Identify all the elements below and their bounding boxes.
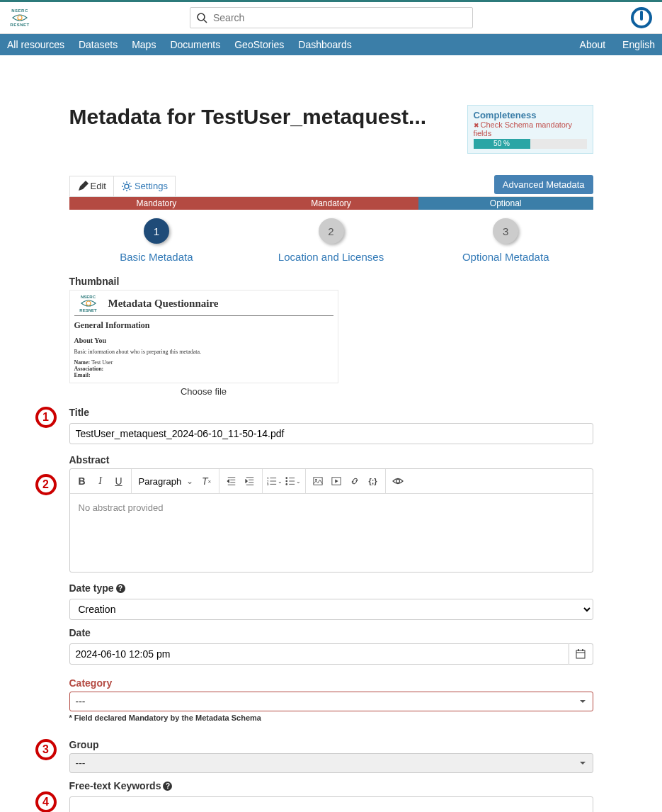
progress-bar-wrap: 50 %	[474, 139, 587, 149]
svg-point-1	[198, 13, 205, 21]
step-3[interactable]: 3 Optional Metadata	[418, 218, 593, 263]
svg-point-20	[396, 480, 399, 483]
abstract-textarea[interactable]: No abstract provided	[70, 494, 593, 572]
date-type-label: Date type ?	[69, 582, 593, 594]
thumb-desc: Basic information about who is preparing…	[74, 349, 333, 355]
keywords-input[interactable]	[69, 796, 593, 812]
tab-edit[interactable]: Edit	[69, 176, 114, 196]
step-3-circle: 3	[493, 218, 518, 244]
title-label: Title	[69, 407, 593, 418]
svg-point-11	[285, 477, 287, 479]
date-input[interactable]	[69, 643, 569, 665]
date-label: Date	[69, 627, 593, 638]
image-button[interactable]	[309, 471, 327, 491]
bold-button[interactable]: B	[73, 471, 91, 491]
category-select[interactable]: ---	[69, 692, 593, 711]
preview-button[interactable]	[389, 471, 407, 491]
nav-about[interactable]: About	[580, 39, 606, 50]
stepper-bar-3: Optional	[418, 197, 593, 210]
svg-rect-21	[576, 650, 585, 658]
eye-icon	[80, 299, 97, 308]
annotation-1: 1	[35, 407, 57, 428]
step-2[interactable]: 2 Location and Licenses	[244, 218, 418, 263]
svg-line-2	[204, 20, 207, 23]
outdent-button[interactable]	[222, 471, 241, 491]
tab-settings-label: Settings	[135, 181, 168, 191]
gear-icon	[121, 181, 132, 192]
editor-toolbar: B I U Paragraph T× 1	[70, 469, 593, 494]
thumb-title: Metadata Questionnaire	[108, 298, 219, 310]
step-1-label: Basic Metadata	[69, 251, 244, 263]
svg-point-12	[285, 480, 287, 483]
stepper-bar-1: Mandatory	[69, 197, 244, 210]
step-1-circle: 1	[144, 218, 169, 244]
search-icon	[196, 12, 207, 23]
category-note: * Field declared Mandatory by the Metada…	[69, 714, 593, 722]
thumb-about: About You	[74, 337, 333, 344]
main-nav: All resources Datasets Maps Documents Ge…	[0, 34, 662, 55]
ordered-list-button[interactable]: 123⌄	[266, 471, 284, 491]
video-button[interactable]	[327, 471, 346, 491]
italic-button[interactable]: I	[91, 471, 110, 491]
thumb-general: General Information	[74, 320, 333, 331]
svg-point-0	[18, 16, 22, 20]
thumbnail-label: Thumbnail	[69, 276, 593, 287]
nav-datasets[interactable]: Datasets	[79, 39, 118, 50]
help-icon[interactable]: ?	[163, 782, 172, 791]
group-label: Group	[69, 739, 593, 750]
group-select[interactable]: ---	[69, 753, 593, 773]
nav-geostories[interactable]: GeoStories	[234, 39, 284, 50]
clear-format-button[interactable]: T×	[198, 471, 216, 491]
svg-point-3	[125, 184, 129, 188]
code-button[interactable]: {;}	[364, 471, 382, 491]
step-3-label: Optional Metadata	[418, 251, 593, 263]
paragraph-select[interactable]: Paragraph	[135, 473, 198, 490]
keywords-label: Free-text Keywords ?	[69, 780, 593, 791]
brand-top: NSERC	[11, 9, 28, 13]
nav-dashboards[interactable]: Dashboards	[298, 39, 352, 50]
svg-point-18	[315, 479, 317, 481]
nav-maps[interactable]: Maps	[132, 39, 156, 50]
category-label: Category	[69, 677, 593, 689]
thumbnail-preview: NSERC RESNET Metadata Questionnaire Gene…	[69, 290, 338, 383]
indent-button[interactable]	[241, 471, 259, 491]
annotation-2: 2	[35, 474, 57, 495]
choose-file-button[interactable]: Choose file	[69, 386, 338, 397]
nav-documents[interactable]: Documents	[170, 39, 220, 50]
topbar: NSERC RESNET	[0, 0, 662, 34]
pencil-icon	[77, 181, 89, 192]
help-icon[interactable]: ?	[116, 584, 125, 593]
check-schema-link[interactable]: Check Schema mandatory fields	[474, 120, 587, 137]
link-button[interactable]	[346, 471, 364, 491]
power-icon[interactable]	[631, 7, 652, 28]
abstract-editor: B I U Paragraph T× 1	[69, 468, 593, 573]
unordered-list-button[interactable]: ⌄	[284, 471, 302, 491]
step-1[interactable]: 1 Basic Metadata	[69, 218, 244, 263]
brand-logo[interactable]: NSERC RESNET	[6, 9, 34, 27]
annotation-4: 4	[35, 791, 57, 812]
search-input[interactable]	[213, 12, 467, 23]
step-2-circle: 2	[319, 218, 344, 244]
title-input[interactable]	[69, 423, 593, 444]
search-wrap	[190, 7, 473, 28]
advanced-metadata-button[interactable]: Advanced Metadata	[494, 175, 593, 194]
calendar-icon	[575, 648, 586, 660]
calendar-button[interactable]	[569, 643, 593, 665]
completeness-panel: Completeness Check Schema mandatory fiel…	[467, 105, 593, 154]
nav-all-resources[interactable]: All resources	[7, 39, 64, 50]
step-2-label: Location and Licenses	[244, 251, 418, 263]
page-title: Metadata for TestUser_metaquest...	[69, 105, 467, 129]
svg-text:3: 3	[267, 483, 269, 486]
eye-icon	[11, 13, 28, 22]
search-box[interactable]	[190, 7, 473, 28]
underline-button[interactable]: U	[110, 471, 128, 491]
tab-edit-label: Edit	[91, 181, 106, 191]
stepper-bar-2: Mandatory	[244, 197, 418, 210]
completeness-title: Completeness	[474, 110, 587, 120]
abstract-label: Abstract	[69, 454, 593, 466]
brand-bottom: RESNET	[10, 23, 29, 27]
tab-settings[interactable]: Settings	[113, 176, 176, 196]
svg-point-13	[285, 483, 287, 485]
date-type-select[interactable]: Creation	[69, 599, 593, 620]
nav-language[interactable]: English	[622, 39, 655, 50]
